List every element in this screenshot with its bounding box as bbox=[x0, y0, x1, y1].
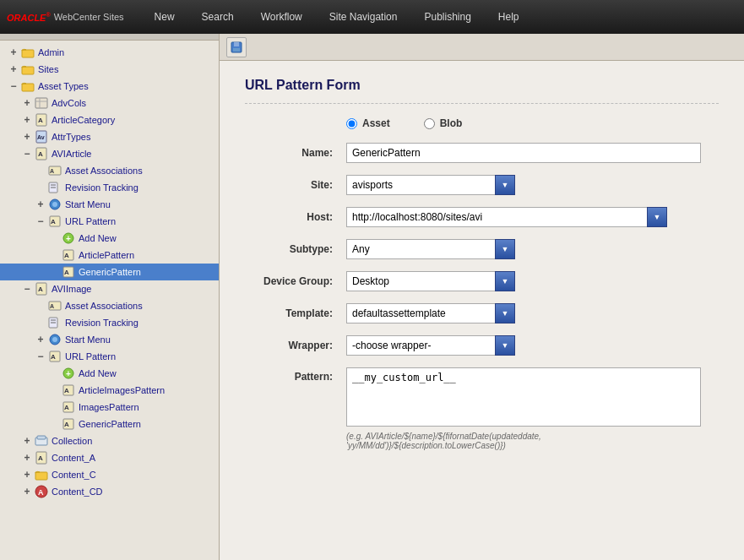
sidebar-item-content-c[interactable]: Content_C bbox=[0, 466, 219, 483]
sidebar-item-aviarticle-startmenu[interactable]: Start Menu bbox=[0, 196, 219, 213]
sidebar-item-aviimage-revision[interactable]: Revision Tracking bbox=[0, 314, 219, 331]
toggle-startmenu[interactable] bbox=[34, 198, 47, 211]
menu-new[interactable]: New bbox=[141, 4, 188, 30]
sidebar-item-aviarticle[interactable]: A AVIArticle bbox=[0, 145, 219, 162]
folder-icon bbox=[20, 79, 35, 93]
svg-text:A: A bbox=[38, 488, 44, 497]
device-group-dropdown-button[interactable] bbox=[495, 271, 515, 291]
sidebar-label-aviimage-urlpattern: URL Pattern bbox=[65, 351, 116, 362]
radio-asset[interactable]: Asset bbox=[346, 117, 390, 129]
radio-asset-label: Asset bbox=[362, 117, 390, 129]
form-row-name: Name: bbox=[245, 143, 719, 163]
svg-text:A: A bbox=[64, 404, 69, 411]
sidebar-item-aviarticle-assoc[interactable]: A Asset Associations bbox=[0, 162, 219, 179]
subtype-input[interactable] bbox=[346, 239, 495, 259]
menu-site-navigation[interactable]: Site Navigation bbox=[316, 4, 411, 30]
host-input[interactable] bbox=[346, 207, 647, 227]
toggle-startmenu[interactable] bbox=[34, 333, 47, 346]
sidebar-label-aviarticle: AVIArticle bbox=[52, 149, 91, 159]
urlpattern-icon: A bbox=[47, 350, 62, 363]
wrapper-input[interactable] bbox=[346, 335, 495, 356]
site-input[interactable] bbox=[346, 175, 495, 195]
sidebar-item-aviimage-articleimgpat[interactable]: A ArticleImagesPattern bbox=[0, 382, 219, 399]
toggle-aviimage[interactable] bbox=[20, 282, 34, 296]
svg-text:+: + bbox=[66, 234, 71, 243]
radio-blob-input[interactable] bbox=[424, 118, 435, 129]
sidebar-label-content-c: Content_C bbox=[52, 470, 96, 480]
sidebar-item-aviimage-imagespat[interactable]: A ImagesPattern bbox=[0, 399, 219, 416]
name-input[interactable] bbox=[346, 143, 701, 163]
toggle-asset-types[interactable] bbox=[7, 79, 20, 93]
sidebar-item-aviarticle-addnew[interactable]: + Add New bbox=[0, 230, 219, 247]
sidebar-item-collection[interactable]: Collection bbox=[0, 432, 219, 449]
menu-search[interactable]: Search bbox=[188, 4, 247, 30]
wrapper-select-wrapper bbox=[346, 335, 515, 356]
sidebar-item-aviarticle-genericpat[interactable]: A GenericPattern bbox=[0, 264, 219, 280]
form-row-device-group: Device Group: bbox=[245, 271, 719, 291]
host-dropdown-button[interactable] bbox=[647, 207, 667, 227]
asset-icon: A bbox=[34, 147, 49, 160]
asset-icon: A bbox=[34, 451, 49, 465]
pattern-textarea[interactable]: __my_custom_url__ bbox=[346, 367, 701, 427]
toggle-attrtypes[interactable] bbox=[20, 130, 34, 144]
sidebar-item-sites[interactable]: Sites bbox=[0, 61, 219, 78]
svg-text:A: A bbox=[38, 117, 43, 124]
svg-text:A: A bbox=[38, 150, 43, 158]
radio-asset-input[interactable] bbox=[346, 118, 357, 129]
toggle-content-a[interactable] bbox=[20, 451, 34, 465]
toggle-admin[interactable] bbox=[7, 46, 20, 59]
menu-publishing[interactable]: Publishing bbox=[410, 4, 484, 30]
svg-text:A: A bbox=[50, 303, 54, 309]
sidebar-item-aviimage-urlpattern[interactable]: A URL Pattern bbox=[0, 348, 219, 365]
sidebar-item-content-cd[interactable]: A Content_CD bbox=[0, 483, 219, 500]
menu-workflow[interactable]: Workflow bbox=[247, 4, 316, 30]
sidebar-label-aviimage-addnew: Add New bbox=[79, 368, 117, 378]
sidebar-item-admin[interactable]: Admin bbox=[0, 44, 219, 61]
sidebar-label-aviarticle-articlepat: ArticlePattern bbox=[79, 250, 134, 260]
toggle-content-cd[interactable] bbox=[20, 485, 34, 498]
sidebar-item-aviarticle-urlpattern[interactable]: A URL Pattern bbox=[0, 213, 219, 230]
advcols-icon bbox=[34, 96, 49, 110]
sidebar-item-aviimage[interactable]: A AVIImage bbox=[0, 280, 219, 297]
svg-text:A: A bbox=[38, 454, 43, 462]
device-group-input[interactable] bbox=[346, 271, 495, 291]
urlpat-icon: A bbox=[61, 265, 76, 279]
sidebar-item-aviimage-startmenu[interactable]: Start Menu bbox=[0, 331, 219, 348]
sidebar-label-aviimage-genericpat: GenericPattern bbox=[79, 419, 141, 429]
control-host bbox=[346, 207, 701, 227]
sidebar-item-aviarticle-articlepat[interactable]: A ArticlePattern bbox=[0, 247, 219, 264]
wrapper-dropdown-button[interactable] bbox=[495, 335, 515, 356]
toggle-sites[interactable] bbox=[7, 63, 20, 76]
toggle-advcols[interactable] bbox=[20, 96, 34, 110]
toggle-content-c[interactable] bbox=[20, 468, 34, 481]
sidebar-item-aviimage-assoc[interactable]: A Asset Associations bbox=[0, 297, 219, 314]
sidebar-item-aviarticle-revision[interactable]: Revision Tracking bbox=[0, 179, 219, 196]
toggle-urlpattern[interactable] bbox=[34, 215, 47, 228]
sidebar-item-asset-types[interactable]: Asset Types bbox=[0, 78, 219, 95]
sidebar-item-aviimage-addnew[interactable]: + Add New bbox=[0, 365, 219, 382]
control-wrapper bbox=[346, 335, 701, 356]
toggle-collection[interactable] bbox=[20, 434, 34, 448]
toggle-aviarticle[interactable] bbox=[20, 147, 34, 160]
menu-help[interactable]: Help bbox=[485, 4, 533, 30]
sidebar-item-advcols[interactable]: AdvCols bbox=[0, 95, 219, 111]
sidebar-item-attrtypes[interactable]: Av AttrTypes bbox=[0, 128, 219, 145]
form-row-site: Site: bbox=[245, 175, 719, 195]
radio-blob[interactable]: Blob bbox=[424, 117, 463, 129]
subtype-dropdown-button[interactable] bbox=[495, 239, 515, 259]
sidebar-label-sites: Sites bbox=[38, 64, 58, 74]
template-input[interactable] bbox=[346, 303, 495, 323]
svg-rect-2 bbox=[22, 84, 34, 91]
pattern-hint: (e.g. AVIArticle/${name}/${fifornatDate(… bbox=[346, 432, 701, 450]
label-name: Name: bbox=[245, 147, 346, 159]
template-dropdown-button[interactable] bbox=[495, 303, 515, 323]
site-dropdown-button[interactable] bbox=[495, 175, 515, 195]
sidebar-item-aviimage-genericpat[interactable]: A GenericPattern bbox=[0, 416, 219, 432]
sidebar-item-articlecategory[interactable]: A ArticleCategory bbox=[0, 111, 219, 128]
sidebar-item-content-a[interactable]: A Content_A bbox=[0, 449, 219, 466]
toggle-articlecategory[interactable] bbox=[20, 113, 34, 127]
control-site bbox=[346, 175, 701, 195]
save-button[interactable] bbox=[226, 37, 247, 57]
toggle-urlpattern-aviimage[interactable] bbox=[34, 350, 47, 363]
label-wrapper: Wrapper: bbox=[245, 340, 346, 351]
